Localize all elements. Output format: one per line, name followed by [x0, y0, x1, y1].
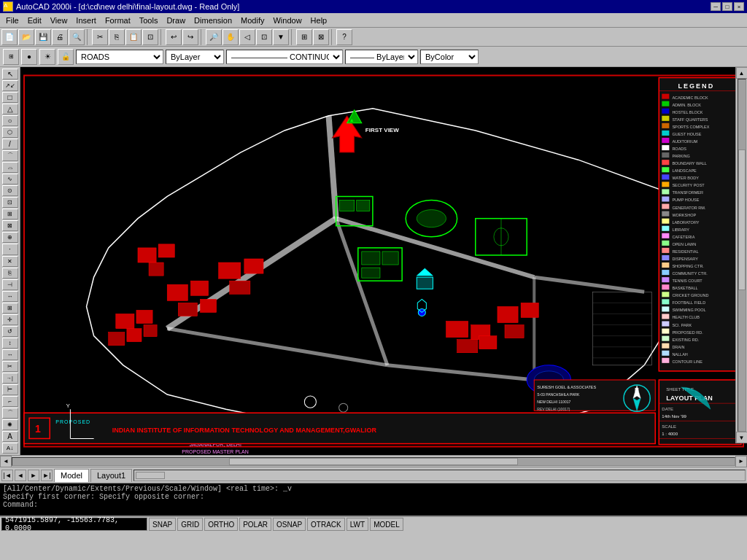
- triangle-tool[interactable]: △: [2, 104, 18, 114]
- paste-button[interactable]: 📋: [125, 29, 142, 45]
- ortho-toggle[interactable]: ORTHO: [204, 518, 238, 531]
- grid-toggle[interactable]: GRID: [177, 518, 203, 531]
- menu-dimension[interactable]: Dimension: [190, 15, 236, 26]
- scroll-left-button[interactable]: ◄: [0, 456, 12, 467]
- color-dropdown[interactable]: ByLayer: [166, 50, 224, 64]
- tab-first-button[interactable]: |◄: [1, 470, 13, 481]
- scroll-right-button[interactable]: ►: [735, 456, 747, 467]
- hatch-tool[interactable]: ⊞: [2, 209, 18, 219]
- explode-tool[interactable]: ✺: [2, 419, 18, 430]
- help-button[interactable]: ?: [336, 29, 352, 45]
- offset-tool[interactable]: ↔: [2, 291, 18, 302]
- close-button[interactable]: ×: [734, 2, 744, 11]
- horizontal-scroll-thumb[interactable]: [229, 458, 518, 465]
- zoom-window-button[interactable]: ⊡: [256, 29, 272, 45]
- lineweight-dropdown[interactable]: ——— ByLayer: [345, 50, 418, 64]
- stretch-tool[interactable]: ↔: [2, 349, 18, 360]
- array-tool[interactable]: ⊞: [2, 303, 18, 314]
- print-preview-button[interactable]: 🔍: [69, 29, 85, 45]
- drawing-canvas[interactable]: FIRST VIEW ▲ PROPOSED SITE BOUNDARY JAGA…: [20, 67, 747, 455]
- maximize-button[interactable]: □: [722, 2, 732, 11]
- scroll-up-button[interactable]: ▲: [736, 67, 748, 79]
- layer-manager-button[interactable]: ⊞: [3, 49, 19, 65]
- redo-button[interactable]: ↪: [182, 29, 198, 45]
- zoom-dropdown-button[interactable]: ▼: [273, 29, 289, 45]
- tab-scroll-area[interactable]: [133, 470, 746, 481]
- minimize-button[interactable]: ─: [711, 2, 721, 11]
- vertical-scroll-track[interactable]: [738, 79, 746, 432]
- circle-tool[interactable]: ○: [2, 115, 18, 126]
- pick2-button[interactable]: ↗↙: [2, 80, 18, 91]
- menu-draw[interactable]: Draw: [162, 15, 190, 26]
- pick-button[interactable]: ↖: [2, 69, 18, 79]
- save-button[interactable]: 💾: [35, 29, 51, 45]
- fillet-tool[interactable]: ⌒: [2, 408, 18, 419]
- rect-tool[interactable]: ⊡: [2, 197, 18, 208]
- insert-tool[interactable]: ⊕: [2, 232, 18, 243]
- layer-dropdown[interactable]: ROADS: [76, 50, 163, 64]
- horizontal-scrollbar[interactable]: ◄ ►: [0, 455, 747, 467]
- trim-tool[interactable]: ✂: [2, 361, 18, 372]
- snap-button[interactable]: □: [2, 92, 18, 103]
- tab-scroll-thumb[interactable]: [136, 472, 165, 479]
- vertical-scrollbar[interactable]: ▲ ▼: [735, 67, 747, 443]
- menu-modify[interactable]: Modify: [236, 15, 268, 26]
- tab-prev-button[interactable]: ◄: [15, 470, 26, 481]
- menu-file[interactable]: File: [1, 15, 23, 26]
- rotate-tool[interactable]: ↺: [2, 326, 18, 337]
- linetype-dropdown[interactable]: ——————— CONTINUOUS: [226, 50, 343, 64]
- plotstyle-dropdown[interactable]: ByColor: [420, 50, 479, 64]
- polar-toggle[interactable]: POLAR: [239, 518, 271, 531]
- block-tool[interactable]: ⊠: [2, 220, 18, 231]
- otrack-toggle[interactable]: OTRACK: [307, 518, 345, 531]
- tab-model[interactable]: Model: [54, 469, 89, 482]
- tab-last-button[interactable]: ►|: [41, 470, 53, 481]
- match-prop-button[interactable]: ⊡: [142, 29, 158, 45]
- menu-tools[interactable]: Tools: [135, 15, 163, 26]
- tab-layout1[interactable]: Layout1: [90, 469, 132, 482]
- mirror-tool[interactable]: ⊣: [2, 279, 18, 290]
- vertical-scroll-thumb[interactable]: [738, 149, 746, 290]
- break-tool[interactable]: ⊢: [2, 384, 18, 395]
- snap-toggle[interactable]: SNAP: [149, 518, 176, 531]
- horizontal-scroll-track[interactable]: [12, 457, 735, 466]
- pan-realtime-button[interactable]: ✋: [222, 29, 239, 45]
- menu-format[interactable]: Format: [101, 15, 135, 26]
- line-tool[interactable]: /: [2, 139, 18, 149]
- text-tool[interactable]: A: [2, 431, 18, 442]
- layer-visible-btn[interactable]: ●: [21, 49, 37, 65]
- ellipse-tool[interactable]: ⊙: [2, 185, 18, 196]
- point-tool[interactable]: ·: [2, 244, 18, 254]
- copy-button[interactable]: ⎘: [109, 29, 125, 45]
- arc-tool[interactable]: ⌓: [2, 162, 18, 173]
- layer-lock-btn[interactable]: 🔓: [58, 49, 74, 65]
- copy-obj-tool[interactable]: ⎘: [2, 268, 18, 279]
- new-button[interactable]: 📄: [1, 29, 18, 45]
- tab-next-button[interactable]: ►: [28, 470, 39, 481]
- move-tool[interactable]: ✛: [2, 314, 18, 325]
- menu-insert[interactable]: Insert: [71, 15, 101, 26]
- dtext-tool[interactable]: A↓: [2, 443, 18, 454]
- layer-freeze-btn[interactable]: ☀: [39, 49, 55, 65]
- print-button[interactable]: 🖨: [52, 29, 68, 45]
- extend-tool[interactable]: →|: [2, 373, 18, 384]
- model-toggle[interactable]: MODEL: [370, 518, 403, 531]
- poly-tool[interactable]: ⬡: [2, 127, 18, 138]
- spline-tool[interactable]: ∿: [2, 174, 18, 184]
- designcenter-button[interactable]: ⊠: [313, 29, 329, 45]
- lwt-toggle[interactable]: LWT: [347, 518, 368, 531]
- erase-tool[interactable]: ✕: [2, 256, 18, 267]
- chamfer-tool[interactable]: ⌐: [2, 396, 18, 407]
- open-button[interactable]: 📂: [18, 29, 34, 45]
- menu-edit[interactable]: Edit: [23, 15, 46, 26]
- menu-view[interactable]: View: [46, 15, 72, 26]
- osnap-toggle[interactable]: OSNAP: [273, 518, 306, 531]
- properties-button[interactable]: ⊞: [296, 29, 312, 45]
- scale-tool[interactable]: ↕: [2, 338, 18, 349]
- menu-window[interactable]: Window: [268, 15, 306, 26]
- undo-button[interactable]: ↩: [166, 29, 182, 45]
- scroll-down-button[interactable]: ▼: [736, 432, 748, 443]
- cut-button[interactable]: ✂: [92, 29, 108, 45]
- menu-help[interactable]: Help: [306, 15, 332, 26]
- pline-tool[interactable]: ⌒: [2, 150, 18, 161]
